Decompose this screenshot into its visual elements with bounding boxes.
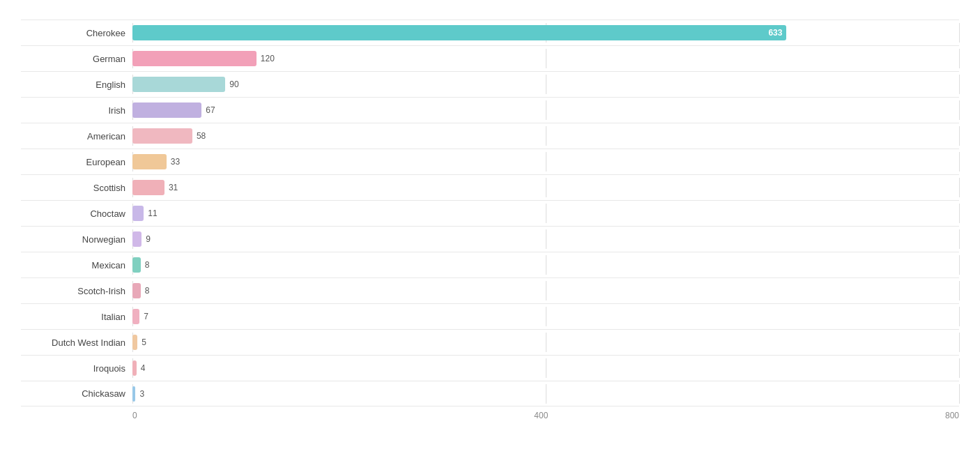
bar-label: Choctaw [21, 208, 132, 219]
grid-line [959, 358, 960, 378]
table-row: Cherokee633 [21, 20, 959, 45]
bar-label: Mexican [21, 260, 132, 271]
bar-outer: 11 [132, 204, 959, 223]
bar [132, 309, 139, 324]
bars-wrapper: Cherokee633German120English90Irish67Amer… [21, 20, 959, 406]
bar-label: Dutch West Indian [21, 337, 132, 348]
grid-line [959, 204, 960, 223]
grid-line [959, 229, 960, 249]
bar: 633 [132, 25, 786, 40]
bar-outer: 4 [132, 358, 959, 378]
bar-outer: 9 [132, 229, 959, 249]
x-axis-labels: 0400800 [132, 409, 959, 420]
bar-value: 120 [261, 54, 275, 63]
bar-label: Italian [21, 312, 132, 322]
bar-outer: 633 [132, 23, 959, 43]
bar-outer: 3 [132, 384, 959, 404]
x-axis-label: 800 [945, 411, 959, 420]
bar-outer: 5 [132, 333, 959, 352]
bar [132, 360, 137, 376]
bar-outer: 67 [132, 100, 959, 120]
grid-line [546, 384, 546, 404]
bar-value: 90 [229, 79, 238, 89]
bar-label: Scotch-Irish [21, 286, 132, 296]
bar-value: 9 [146, 234, 151, 244]
table-row: German120 [21, 45, 959, 71]
bar-value: 8 [145, 260, 150, 270]
table-row: Iroquois4 [21, 355, 959, 381]
grid-line [959, 281, 960, 300]
table-row: English90 [21, 71, 959, 97]
bar-label: Cherokee [21, 28, 132, 38]
table-row: European33 [21, 149, 959, 174]
bar-value: 5 [141, 337, 146, 347]
bar [132, 154, 167, 169]
bar [132, 102, 201, 118]
grid-line [959, 100, 960, 120]
grid-line [959, 75, 960, 94]
table-row: Dutch West Indian5 [21, 329, 959, 355]
bar [132, 180, 164, 195]
bar [132, 128, 192, 144]
bar-value: 633 [768, 28, 782, 38]
grid-line [546, 333, 546, 352]
grid-line [546, 358, 546, 378]
bar [132, 206, 144, 221]
grid-line [546, 178, 546, 197]
bar-value: 8 [145, 286, 150, 296]
bar-value: 33 [171, 157, 180, 167]
bar-value: 4 [141, 363, 146, 373]
table-row: Norwegian9 [21, 226, 959, 252]
bar-value: 11 [148, 208, 157, 218]
bar-outer: 8 [132, 255, 959, 275]
grid-line [546, 49, 546, 68]
grid-line [546, 152, 546, 172]
bar-outer: 33 [132, 152, 959, 172]
grid-line [546, 307, 546, 326]
bar-label: Scottish [21, 183, 132, 193]
table-row: Scotch-Irish8 [21, 277, 959, 303]
table-row: Mexican8 [21, 252, 959, 277]
bar-label: American [21, 131, 132, 142]
bar-label: English [21, 79, 132, 90]
bar [132, 386, 135, 402]
bar-value: 3 [139, 389, 144, 399]
bar [132, 231, 141, 247]
table-row: Scottish31 [21, 174, 959, 200]
table-row: Chickasaw3 [21, 381, 959, 406]
bar-label: Chickasaw [21, 388, 132, 399]
bar-value: 31 [169, 183, 178, 192]
grid-line [546, 126, 546, 146]
bar-label: Irish [21, 105, 132, 116]
grid-line [546, 100, 546, 120]
bar-label: German [21, 54, 132, 64]
grid-line [959, 126, 960, 146]
x-axis-label: 0 [132, 411, 137, 420]
bar-outer: 7 [132, 307, 959, 326]
grid-line [546, 255, 546, 275]
bar-outer: 8 [132, 281, 959, 300]
grid-line [959, 333, 960, 352]
bar-value: 58 [197, 131, 206, 141]
grid-line [546, 204, 546, 223]
grid-line [959, 178, 960, 197]
bar-value: 67 [206, 105, 215, 115]
grid-line [959, 23, 960, 43]
grid-line [959, 255, 960, 275]
x-axis: 0400800 [21, 409, 959, 420]
bar-outer: 31 [132, 178, 959, 197]
table-row: Italian7 [21, 303, 959, 329]
bar [132, 283, 141, 298]
bar [132, 257, 141, 273]
bar-value: 7 [144, 312, 148, 321]
main-chart: Cherokee633German120English90Irish67Amer… [21, 20, 959, 420]
grid-line [959, 307, 960, 326]
grid-line [959, 49, 960, 68]
bar-label: Norwegian [21, 234, 132, 245]
table-row: American58 [21, 123, 959, 149]
grid-line [546, 229, 546, 249]
bar [132, 51, 257, 66]
grid-line [546, 75, 546, 94]
x-axis-label: 400 [534, 411, 548, 420]
bar-label: European [21, 157, 132, 167]
